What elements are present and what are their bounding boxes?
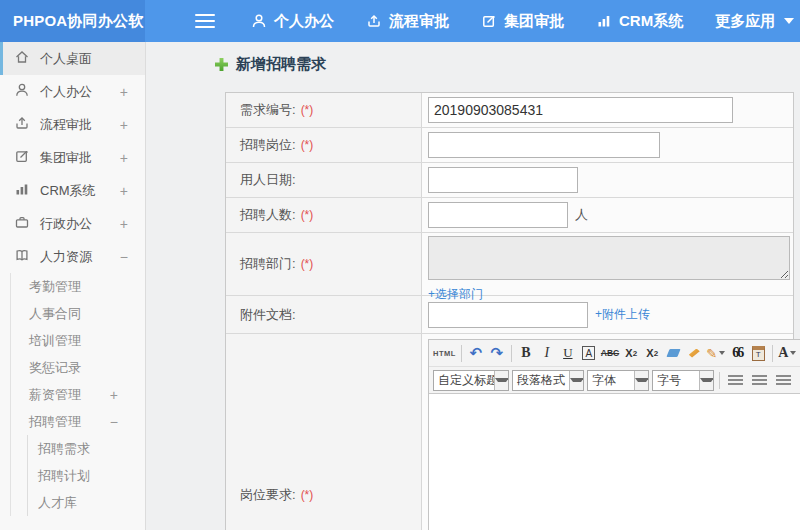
user-icon	[14, 82, 30, 101]
nav-personal-office[interactable]: 个人办公	[251, 12, 334, 31]
bar-chart-icon	[596, 13, 612, 29]
sidebar-item-desktop[interactable]: 个人桌面	[0, 42, 145, 75]
sidebar-item-hr[interactable]: 人力资源 −	[0, 240, 145, 273]
font-family-select[interactable]: 字体	[587, 370, 649, 391]
superscript-button[interactable]: X2	[622, 343, 640, 363]
user-icon	[251, 13, 267, 29]
html-source-button[interactable]: HTML	[433, 343, 456, 363]
sidebar-item-rewards[interactable]: 奖惩记录	[11, 354, 145, 381]
sidebar-item-recruit-demand[interactable]: 招聘需求	[28, 435, 145, 462]
sidebar-item-training[interactable]: 培训管理	[11, 327, 145, 354]
required-mark: (*)	[301, 257, 314, 271]
nav-workflow-approval[interactable]: 流程审批	[366, 12, 449, 31]
sidebar: 个人桌面 个人办公 + 流程审批 + 集团审批 + CRM系统 + 行政办公 +…	[0, 42, 146, 530]
pen-color-icon[interactable]: ✎	[706, 343, 725, 363]
align-center-icon[interactable]	[752, 375, 767, 386]
sidebar-item-label: 个人桌面	[40, 50, 92, 68]
demand-code-input[interactable]	[428, 97, 733, 123]
sidebar-item-personal-office[interactable]: 个人办公 +	[0, 75, 145, 108]
align-left-icon[interactable]	[728, 375, 743, 386]
paste-icon[interactable]: T	[749, 343, 767, 363]
text-color-button[interactable]: A	[778, 343, 796, 363]
nav-label: 流程审批	[389, 12, 449, 31]
sidebar-item-workflow-approval[interactable]: 流程审批 +	[0, 108, 145, 141]
field-label: 用人日期:	[240, 171, 296, 189]
editor-toolbar-2: 自定义标题 段落格式 字体 字号	[429, 367, 800, 394]
font-name-button[interactable]: A	[582, 346, 595, 360]
hr-submenu: 考勤管理 人事合同 培训管理 奖惩记录 薪资管理 + 招聘管理 − 招聘需求 招…	[10, 273, 145, 516]
sidebar-item-salary[interactable]: 薪资管理 +	[11, 381, 145, 408]
expand-toggle[interactable]: +	[110, 387, 118, 403]
sidebar-item-label: 流程审批	[40, 116, 92, 134]
align-right-icon[interactable]	[776, 375, 791, 386]
eraser-icon[interactable]	[664, 343, 682, 363]
chevron-down-icon	[784, 18, 794, 24]
page-title: 新增招聘需求	[236, 55, 326, 74]
workflow-icon	[14, 115, 30, 134]
bar-chart-icon	[14, 181, 30, 200]
expand-toggle[interactable]: +	[120, 117, 128, 133]
bold-button[interactable]: B	[517, 343, 535, 363]
nav-more-apps[interactable]: 更多应用	[715, 12, 794, 31]
recruitment-form: 需求编号: (*) 招聘岗位: (*) 用人日期: 招聘人数: (*) 人 招聘…	[225, 92, 794, 530]
format-brush-icon[interactable]	[685, 343, 703, 363]
attachment-input[interactable]	[428, 302, 588, 328]
field-label: 附件文档:	[240, 306, 296, 324]
sidebar-item-recruit-plan[interactable]: 招聘计划	[28, 462, 145, 489]
department-textarea[interactable]	[428, 236, 790, 280]
redo-icon[interactable]: ↷	[488, 343, 506, 363]
field-label: 招聘岗位:	[240, 136, 296, 154]
menu-toggle-icon[interactable]	[195, 10, 215, 32]
form-row-attachment: 附件文档: +附件上传	[226, 296, 793, 334]
sidebar-item-label: 考勤管理	[29, 278, 81, 296]
sidebar-item-group-approval[interactable]: 集团审批 +	[0, 141, 145, 174]
editor-toolbar-1: HTML ↶ ↷ B I U A ABC X2 X2 ✎	[429, 340, 800, 367]
form-row-requirements: 岗位要求: (*) HTML ↶ ↷ B I U A ABC	[226, 334, 793, 530]
sidebar-item-admin-office[interactable]: 行政办公 +	[0, 207, 145, 240]
nav-group-approval[interactable]: 集团审批	[481, 12, 564, 31]
strikethrough-button[interactable]: ABC	[601, 343, 619, 363]
undo-icon[interactable]: ↶	[467, 343, 485, 363]
hire-date-input[interactable]	[428, 167, 578, 193]
subscript-button[interactable]: X2	[643, 343, 661, 363]
sidebar-item-talent-pool[interactable]: 人才库	[28, 489, 145, 516]
sidebar-item-label: 奖惩记录	[29, 359, 81, 377]
position-input[interactable]	[428, 132, 660, 158]
workflow-icon	[366, 13, 382, 29]
rich-text-editor: HTML ↶ ↷ B I U A ABC X2 X2 ✎	[428, 339, 800, 530]
expand-toggle[interactable]: +	[120, 84, 128, 100]
attachment-upload-link[interactable]: +附件上传	[595, 306, 650, 323]
custom-heading-select[interactable]: 自定义标题	[433, 370, 509, 391]
nav-label: 更多应用	[715, 12, 775, 31]
editor-content-area[interactable]	[429, 394, 800, 530]
expand-toggle[interactable]: +	[120, 183, 128, 199]
blockquote-button[interactable]: 66	[728, 343, 746, 363]
sidebar-item-attendance[interactable]: 考勤管理	[11, 273, 145, 300]
sidebar-item-label: 培训管理	[29, 332, 81, 350]
paragraph-format-select[interactable]: 段落格式	[512, 370, 584, 391]
expand-toggle[interactable]: −	[110, 414, 118, 430]
sidebar-item-recruit-mgmt[interactable]: 招聘管理 −	[11, 408, 145, 435]
nav-label: 个人办公	[274, 12, 334, 31]
briefcase-icon	[14, 214, 30, 233]
edit-icon	[14, 148, 30, 167]
sidebar-item-label: 招聘需求	[38, 440, 90, 458]
expand-toggle[interactable]: −	[120, 249, 128, 265]
sidebar-item-label: 人事合同	[29, 305, 81, 323]
app-logo: PHPOA协同办公软件	[0, 0, 145, 42]
nav-crm-system[interactable]: CRM系统	[596, 12, 683, 31]
home-icon	[14, 49, 30, 68]
expand-toggle[interactable]: +	[120, 150, 128, 166]
sidebar-item-crm[interactable]: CRM系统 +	[0, 174, 145, 207]
underline-button[interactable]: U	[559, 343, 577, 363]
recruit-submenu: 招聘需求 招聘计划 人才库	[27, 435, 145, 516]
font-size-select[interactable]: 字号	[652, 370, 714, 391]
form-row-count: 招聘人数: (*) 人	[226, 198, 793, 233]
italic-button[interactable]: I	[538, 343, 556, 363]
required-mark: (*)	[301, 488, 314, 502]
sidebar-item-hr-contract[interactable]: 人事合同	[11, 300, 145, 327]
expand-toggle[interactable]: +	[120, 216, 128, 232]
field-label: 招聘人数:	[240, 206, 296, 224]
headcount-input[interactable]	[428, 202, 568, 228]
page-title-row: 新增招聘需求	[215, 55, 800, 74]
